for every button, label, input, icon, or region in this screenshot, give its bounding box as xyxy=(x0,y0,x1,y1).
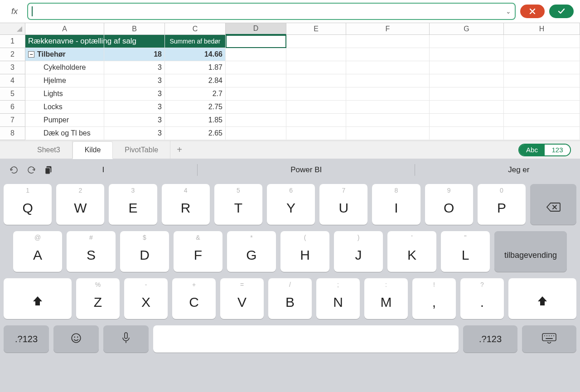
sheet-tab[interactable]: Kilde xyxy=(72,141,113,159)
key-E[interactable]: 3E xyxy=(109,184,157,225)
key-F[interactable]: &F xyxy=(174,231,222,272)
key-P[interactable]: 0P xyxy=(478,184,526,225)
spreadsheet-grid[interactable]: A B C D E F G H 1Rækkenavne - optælling … xyxy=(0,23,580,140)
cell[interactable]: 3 xyxy=(104,127,165,140)
suggestion-2[interactable]: Power BI xyxy=(290,165,322,174)
row-header[interactable]: 1 xyxy=(0,35,25,48)
row-header[interactable]: 7 xyxy=(0,114,25,127)
cell[interactable] xyxy=(226,61,286,74)
cell[interactable] xyxy=(430,35,504,48)
cell[interactable]: 3 xyxy=(104,74,165,87)
key-C[interactable]: +C xyxy=(172,278,216,319)
key-T[interactable]: 5T xyxy=(214,184,262,225)
cell[interactable] xyxy=(286,48,346,61)
cell[interactable]: Dæk og Tl bes xyxy=(25,127,104,140)
key-space[interactable] xyxy=(153,325,459,353)
key-B[interactable]: /B xyxy=(268,278,312,319)
key-A[interactable]: @A xyxy=(13,231,62,272)
key-O[interactable]: 9O xyxy=(425,184,473,225)
cell[interactable]: −Tilbehør xyxy=(25,48,104,61)
cell[interactable] xyxy=(430,74,504,87)
key-M[interactable]: :M xyxy=(364,278,408,319)
cell[interactable] xyxy=(286,127,346,140)
cell[interactable] xyxy=(286,101,346,114)
cell[interactable] xyxy=(504,74,580,87)
formula-input[interactable] xyxy=(27,3,516,20)
key-L[interactable]: "L xyxy=(441,231,490,272)
key-D[interactable]: $D xyxy=(120,231,169,272)
cell[interactable] xyxy=(226,114,286,127)
input-mode-switch[interactable]: Abc 123 xyxy=(518,144,571,156)
cell[interactable]: 3 xyxy=(104,87,165,101)
cell[interactable] xyxy=(226,74,286,87)
cell[interactable] xyxy=(286,61,346,74)
cell[interactable]: 3 xyxy=(104,61,165,74)
cell[interactable]: Locks xyxy=(25,101,104,114)
col-header-A[interactable]: A xyxy=(25,23,104,35)
cell[interactable] xyxy=(286,114,346,127)
key-J[interactable]: )J xyxy=(334,231,383,272)
key-U[interactable]: 7U xyxy=(319,184,367,225)
confirm-button[interactable] xyxy=(549,5,574,18)
cell[interactable]: 2.65 xyxy=(165,127,226,140)
cell[interactable]: Pumper xyxy=(25,114,104,127)
sheet-tab[interactable]: PivotTable xyxy=(113,141,170,159)
cancel-button[interactable] xyxy=(520,5,545,18)
add-sheet-button[interactable]: + xyxy=(170,141,188,159)
sheet-tab[interactable]: Sheet3 xyxy=(25,141,72,159)
cell[interactable] xyxy=(504,127,580,140)
cell[interactable] xyxy=(346,114,430,127)
cell[interactable] xyxy=(226,48,286,61)
mode-123[interactable]: 123 xyxy=(545,145,570,155)
key-numswitch-right[interactable]: .?123 xyxy=(463,325,517,353)
row-header[interactable]: 6 xyxy=(0,101,25,114)
row-header[interactable]: 2 xyxy=(0,48,25,61)
col-header-B[interactable]: B xyxy=(104,23,165,35)
cell[interactable]: 2.7 xyxy=(165,87,226,101)
mode-abc[interactable]: Abc xyxy=(519,145,545,155)
undo-button[interactable] xyxy=(5,161,23,179)
cell[interactable] xyxy=(504,101,580,114)
redo-button[interactable] xyxy=(23,161,40,179)
cell[interactable] xyxy=(430,127,504,140)
cell[interactable] xyxy=(504,48,580,61)
key-emoji[interactable] xyxy=(53,325,99,353)
cell[interactable] xyxy=(430,87,504,101)
cell[interactable]: 3 xyxy=(104,101,165,114)
cell[interactable] xyxy=(286,74,346,87)
cell[interactable] xyxy=(286,87,346,101)
col-header-H[interactable]: H xyxy=(504,23,580,35)
row-header[interactable]: 8 xyxy=(0,127,25,140)
cell[interactable]: 1.87 xyxy=(165,61,226,74)
row-header[interactable]: 3 xyxy=(0,61,25,74)
cell[interactable] xyxy=(430,61,504,74)
cell[interactable]: 18 xyxy=(104,48,165,61)
key-N[interactable]: ;N xyxy=(316,278,360,319)
key-K[interactable]: 'K xyxy=(387,231,436,272)
key-hide-keyboard[interactable] xyxy=(522,325,576,353)
cell[interactable] xyxy=(226,35,286,48)
cell[interactable] xyxy=(346,61,430,74)
key-I[interactable]: 8I xyxy=(372,184,420,225)
cell[interactable]: Lights xyxy=(25,87,104,101)
cell[interactable]: Hjelme xyxy=(25,74,104,87)
key-Z[interactable]: %Z xyxy=(76,278,120,319)
cell[interactable]: 14.66 xyxy=(165,48,226,61)
collapse-icon[interactable]: − xyxy=(28,51,34,58)
key-shift[interactable] xyxy=(4,278,72,319)
key-numswitch-left[interactable]: .?123 xyxy=(4,325,49,353)
cell[interactable] xyxy=(346,48,430,61)
cell[interactable]: 2.75 xyxy=(165,101,226,114)
col-header-E[interactable]: E xyxy=(286,23,346,35)
key-backspace[interactable] xyxy=(530,184,576,225)
col-header-D[interactable]: D xyxy=(226,23,286,35)
cell[interactable]: Cykelholdere xyxy=(25,61,104,74)
cell[interactable] xyxy=(430,114,504,127)
cell[interactable]: Summen af bedør xyxy=(165,35,226,48)
suggestion-3[interactable]: Jeg er xyxy=(508,165,529,174)
row-header[interactable]: 4 xyxy=(0,74,25,87)
key-mic[interactable] xyxy=(103,325,149,353)
cell[interactable] xyxy=(430,101,504,114)
col-header-C[interactable]: C xyxy=(165,23,226,35)
cell[interactable]: Rækkenavne - optælling af salg xyxy=(25,35,104,48)
